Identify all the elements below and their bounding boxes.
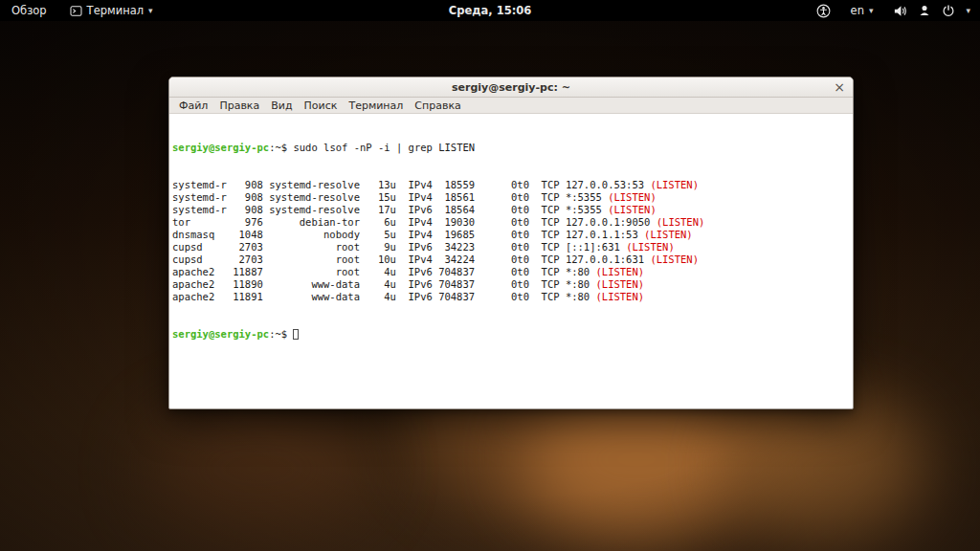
terminal-output-line: cupsd 2703 root 9u IPv6 34223 0t0 TCP [:… xyxy=(172,241,850,253)
window-title: sergiy@sergiy-pc: ~ xyxy=(452,81,570,94)
terminal-output-line: apache2 11887 root 4u IPv6 704837 0t0 TC… xyxy=(172,266,850,278)
accessibility-icon xyxy=(816,4,831,18)
terminal-cursor xyxy=(293,329,299,340)
volume-icon xyxy=(893,4,907,18)
system-menu[interactable]: ▾ xyxy=(889,0,974,21)
terminal-output: systemd-r 908 systemd-resolve 13u IPv4 1… xyxy=(172,179,850,303)
terminal-output-line: apache2 11891 www-data 4u IPv6 704837 0t… xyxy=(172,291,850,303)
lsof-row-text: dnsmasq 1048 nobody 5u IPv4 19685 0t0 TC… xyxy=(172,229,644,240)
lsof-row-text: cupsd 2703 root 10u IPv4 34224 0t0 TCP 1… xyxy=(172,253,650,265)
prompt-user-host: sergiy@sergiy-pc xyxy=(172,328,269,340)
listen-state: (LISTEN) xyxy=(596,278,645,290)
listen-state: (LISTEN) xyxy=(657,216,705,228)
terminal-output-line: cupsd 2703 root 10u IPv4 34224 0t0 TCP 1… xyxy=(172,253,850,266)
lsof-row-text: systemd-r 908 systemd-resolve 13u IPv4 1… xyxy=(172,179,650,190)
prompt-user-host: sergiy@sergiy-pc xyxy=(172,142,269,153)
terminal-window: sergiy@sergiy-pc: ~ × Файл Правка Вид По… xyxy=(168,77,854,409)
menu-bar: Файл Правка Вид Поиск Терминал Справка xyxy=(169,98,853,114)
menu-file[interactable]: Файл xyxy=(173,98,213,114)
title-bar[interactable]: sergiy@sergiy-pc: ~ × xyxy=(169,77,853,98)
menu-help[interactable]: Справка xyxy=(409,98,466,114)
listen-state: (LISTEN) xyxy=(608,191,657,203)
close-icon: × xyxy=(834,79,845,95)
terminal-output-line: systemd-r 908 systemd-resolve 17u IPv6 1… xyxy=(172,204,850,216)
terminal-output-line: dnsmasq 1048 nobody 5u IPv4 19685 0t0 TC… xyxy=(172,229,850,241)
top-bar: Обзор Терминал ▾ Среда, 15:06 en ▾ xyxy=(0,0,980,21)
clock[interactable]: Среда, 15:06 xyxy=(449,0,532,21)
listen-state: (LISTEN) xyxy=(596,266,645,277)
lsof-row-text: systemd-r 908 systemd-resolve 17u IPv6 1… xyxy=(172,204,608,215)
app-menu-terminal[interactable]: Терминал ▾ xyxy=(66,0,157,21)
menu-terminal[interactable]: Терминал xyxy=(343,98,409,114)
lsof-row-text: cupsd 2703 root 9u IPv6 34223 0t0 TCP [:… xyxy=(172,241,626,253)
desktop: Обзор Терминал ▾ Среда, 15:06 en ▾ xyxy=(0,0,980,551)
chevron-down-icon: ▾ xyxy=(966,6,970,15)
terminal-output-line: tor 976 debian-tor 6u IPv4 19030 0t0 TCP… xyxy=(172,216,850,229)
chevron-down-icon: ▾ xyxy=(148,6,153,15)
terminal-output-line: systemd-r 908 systemd-resolve 13u IPv4 1… xyxy=(172,179,850,191)
lsof-row-text: apache2 11891 www-data 4u IPv6 704837 0t… xyxy=(172,291,596,302)
lsof-row-text: systemd-r 908 systemd-resolve 15u IPv4 1… xyxy=(172,191,608,203)
user-icon xyxy=(918,4,931,17)
chevron-down-icon: ▾ xyxy=(869,6,874,15)
listen-state: (LISTEN) xyxy=(608,204,657,215)
app-menu-label: Терминал xyxy=(87,4,144,17)
listen-state: (LISTEN) xyxy=(650,253,699,265)
terminal-command-line: sergiy@sergiy-pc:~$ sudo lsof -nP -i | g… xyxy=(172,142,850,154)
power-icon xyxy=(942,4,955,17)
activities-label: Обзор xyxy=(11,4,47,17)
close-button[interactable]: × xyxy=(830,77,849,97)
terminal-body[interactable]: sergiy@sergiy-pc:~$ sudo lsof -nP -i | g… xyxy=(169,114,853,408)
listen-state: (LISTEN) xyxy=(650,179,699,190)
menu-search[interactable]: Поиск xyxy=(299,98,344,114)
listen-state: (LISTEN) xyxy=(596,291,645,302)
terminal-output-line: systemd-r 908 systemd-resolve 15u IPv4 1… xyxy=(172,191,850,204)
command-text: sudo lsof -nP -i | grep LISTEN xyxy=(293,142,475,153)
terminal-prompt-line: sergiy@sergiy-pc:~$ xyxy=(172,328,850,341)
terminal-output-line: apache2 11890 www-data 4u IPv6 704837 0t… xyxy=(172,278,850,291)
accessibility-menu[interactable] xyxy=(813,0,835,21)
activities-button[interactable]: Обзор xyxy=(8,0,51,21)
lsof-row-text: apache2 11887 root 4u IPv6 704837 0t0 TC… xyxy=(172,266,596,277)
listen-state: (LISTEN) xyxy=(626,241,675,253)
lsof-row-text: apache2 11890 www-data 4u IPv6 704837 0t… xyxy=(172,278,596,290)
prompt-tail: :~$ xyxy=(269,328,293,340)
terminal-app-icon xyxy=(70,6,82,16)
menu-edit[interactable]: Правка xyxy=(213,98,265,114)
lsof-row-text: tor 976 debian-tor 6u IPv4 19030 0t0 TCP… xyxy=(172,216,657,228)
menu-view[interactable]: Вид xyxy=(265,98,298,114)
prompt-tail: :~$ xyxy=(269,142,293,153)
keyboard-layout-menu[interactable]: en ▾ xyxy=(847,0,878,21)
keyboard-layout-label: en xyxy=(851,4,864,17)
listen-state: (LISTEN) xyxy=(644,229,693,240)
